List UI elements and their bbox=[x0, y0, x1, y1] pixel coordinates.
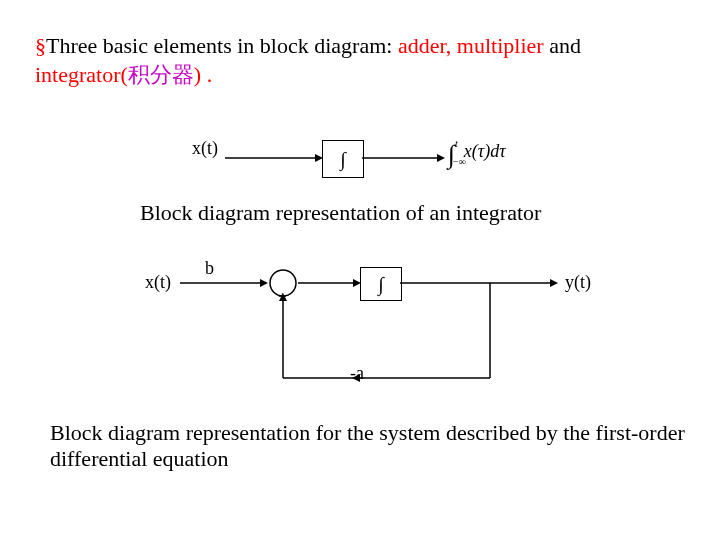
caption-2: Block diagram representation for the sys… bbox=[50, 420, 690, 472]
caption-1: Block diagram representation of an integ… bbox=[140, 200, 541, 226]
d1-input-label: x(t) bbox=[192, 138, 218, 159]
word-integrator: integrator bbox=[35, 62, 121, 87]
svg-marker-3 bbox=[437, 154, 445, 162]
d2-feedback-gain: -a bbox=[350, 363, 364, 384]
svg-marker-5 bbox=[260, 279, 268, 287]
word-adder: adder, bbox=[398, 33, 451, 58]
d2-feedback-path bbox=[270, 283, 500, 393]
svg-marker-14 bbox=[279, 293, 287, 301]
d2-output-label: y(t) bbox=[565, 272, 591, 293]
bullet: § bbox=[35, 33, 46, 58]
integral-icon: ∫ bbox=[340, 148, 345, 171]
d1-output-expr: ∫−∞tx(τ)dτ bbox=[448, 140, 514, 170]
svg-marker-10 bbox=[550, 279, 558, 287]
d2-input-line bbox=[180, 273, 270, 293]
word-multiplier: multiplier bbox=[457, 33, 544, 58]
d1-integrator-block: ∫ bbox=[322, 140, 364, 178]
d1-input-line bbox=[225, 148, 325, 168]
word-chinese: 积分器 bbox=[128, 62, 194, 87]
d2-input-label: x(t) bbox=[145, 272, 171, 293]
d1-output-line bbox=[362, 148, 447, 168]
title-text: §Three basic elements in block diagram: … bbox=[35, 32, 685, 89]
